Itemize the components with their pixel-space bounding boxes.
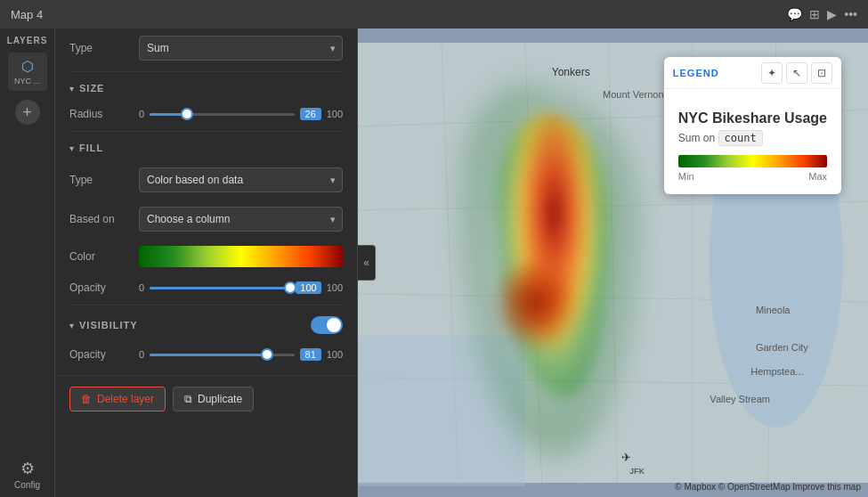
- attribution-text: © Mapbox © OpenStreetMap Improve this ma…: [675, 482, 861, 492]
- fill-type-select-wrapper: Color based on data: [139, 167, 343, 192]
- gear-icon: ⚙: [20, 459, 35, 478]
- size-chevron-icon: ▾: [69, 84, 74, 94]
- type-label: Type: [69, 42, 132, 54]
- duplicate-icon: ⧉: [184, 393, 192, 405]
- legend-pin-button[interactable]: ✦: [761, 62, 783, 84]
- legend-panel: LEGEND ✦ ↖ ⊡ NYC Bikeshare Usage Sum on: [664, 57, 841, 194]
- fill-opacity-value: 100: [296, 281, 320, 294]
- svg-text:JFK: JFK: [629, 466, 645, 476]
- fill-section-header[interactable]: ▾ FILL: [55, 135, 357, 160]
- delete-label: Delete layer: [97, 393, 154, 405]
- main-layout: LAYERS ⬡ NYC ... + ⚙ Config Type Sum ▾: [0, 29, 868, 497]
- radius-thumb[interactable]: [181, 108, 193, 120]
- delete-layer-button[interactable]: 🗑 Delete layer: [69, 387, 166, 411]
- vis-opacity-thumb[interactable]: [261, 348, 273, 361]
- layers-label: LAYERS: [7, 36, 48, 45]
- vis-opacity-max: 100: [327, 349, 343, 360]
- fill-type-select[interactable]: Color based on data: [139, 167, 343, 192]
- color-gradient[interactable]: [139, 246, 343, 267]
- svg-rect-11: [358, 336, 525, 486]
- window-title: Map 4: [11, 8, 43, 21]
- visibility-section-title: VISIBILITY: [79, 320, 138, 330]
- size-section-title: SIZE: [79, 83, 104, 94]
- fill-section-title: FILL: [79, 143, 103, 153]
- duplicate-label: Duplicate: [198, 393, 242, 405]
- fill-opacity-max: 100: [327, 282, 343, 293]
- radius-label: Radius: [69, 108, 132, 120]
- legend-header: LEGEND ✦ ↖ ⊡: [664, 57, 841, 89]
- radius-value: 26: [300, 108, 321, 120]
- pin-icon: ✦: [767, 67, 776, 79]
- fill-opacity-label: Opacity: [69, 281, 132, 294]
- visibility-chevron-icon: ▾: [69, 321, 74, 330]
- legend-count-badge: count: [718, 130, 763, 146]
- legend-max-label: Max: [808, 171, 827, 182]
- vis-opacity-min: 0: [139, 349, 144, 360]
- config-label: Config: [14, 480, 40, 490]
- vis-opacity-row: Opacity 0 81 100: [55, 341, 357, 368]
- fill-opacity-thumb[interactable]: [284, 281, 296, 294]
- based-on-select-wrapper: Choose a column: [139, 207, 343, 232]
- add-layer-button[interactable]: +: [15, 100, 40, 125]
- type-select[interactable]: Sum: [139, 36, 343, 61]
- legend-minmax: Min Max: [678, 171, 827, 182]
- legend-min-label: Min: [678, 171, 694, 182]
- chat-icon[interactable]: 💬: [787, 7, 802, 21]
- size-section-header[interactable]: ▾ SIZE: [55, 76, 357, 101]
- fill-type-label: Type: [69, 174, 132, 186]
- vis-opacity-label: Opacity: [69, 348, 132, 361]
- cursor-icon: ↖: [792, 67, 801, 79]
- fill-type-row: Type Color based on data: [55, 160, 357, 200]
- panel-actions: 🗑 Delete layer ⧉ Duplicate: [55, 375, 357, 422]
- grid-icon[interactable]: ⊞: [809, 7, 820, 21]
- visibility-section-header[interactable]: ▾ VISIBILITY: [55, 309, 357, 341]
- layer-item-nyc[interactable]: ⬡ NYC ...: [8, 53, 47, 91]
- vis-opacity-track[interactable]: [150, 354, 295, 356]
- fill-opacity-slider: 0 100 100: [139, 281, 343, 294]
- expand-icon: ⊡: [817, 67, 826, 79]
- config-button[interactable]: ⚙ Config: [14, 459, 40, 490]
- more-icon[interactable]: •••: [844, 7, 857, 21]
- radius-track[interactable]: [150, 113, 295, 116]
- type-select-wrapper: Sum: [139, 36, 343, 61]
- map-attribution: © Mapbox © OpenStreetMap Improve this ma…: [675, 482, 861, 492]
- collapse-panel-button[interactable]: «: [358, 245, 376, 281]
- fill-opacity-track[interactable]: [150, 287, 290, 289]
- vis-opacity-slider: 0 81 100: [139, 348, 343, 361]
- fill-opacity-fill: [150, 287, 290, 289]
- fill-opacity-row: Opacity 0 100 100: [55, 274, 357, 301]
- duplicate-button[interactable]: ⧉ Duplicate: [173, 387, 254, 411]
- properties-panel: Type Sum ▾ SIZE Radius 0 26 100: [55, 29, 358, 497]
- titlebar: Map 4 💬 ⊞ ▶ •••: [0, 0, 868, 29]
- color-label: Color: [69, 250, 132, 263]
- legend-title: LEGEND: [673, 68, 719, 78]
- fill-chevron-icon: ▾: [69, 143, 74, 153]
- legend-subtitle-prefix: Sum on: [678, 132, 715, 144]
- vis-opacity-value: 81: [300, 348, 321, 361]
- based-on-label: Based on: [69, 213, 132, 225]
- play-icon[interactable]: ▶: [827, 7, 837, 21]
- legend-map-title: NYC Bikeshare Usage: [678, 110, 827, 126]
- chevron-left-icon: «: [363, 257, 369, 269]
- legend-subtitle: Sum on count: [678, 130, 827, 146]
- radius-slider-container: 0 26 100: [139, 108, 343, 120]
- vis-opacity-fill: [150, 354, 267, 356]
- radius-max: 100: [327, 109, 343, 119]
- layer-dot-icon: ⬡: [21, 58, 34, 75]
- layers-sidebar: LAYERS ⬡ NYC ... + ⚙ Config: [0, 29, 55, 497]
- legend-expand-button[interactable]: ⊡: [811, 62, 832, 84]
- visibility-toggle[interactable]: [311, 316, 343, 334]
- radius-min: 0: [139, 109, 144, 119]
- based-on-row: Based on Choose a column: [55, 200, 357, 239]
- fill-opacity-min: 0: [139, 282, 144, 293]
- based-on-select[interactable]: Choose a column: [139, 207, 343, 232]
- divider-3: [69, 305, 343, 306]
- legend-cursor-button[interactable]: ↖: [786, 62, 807, 84]
- layer-name: NYC ...: [14, 77, 40, 86]
- color-row: Color: [55, 239, 357, 274]
- map-area: « ✈ JFK: [358, 29, 868, 497]
- svg-text:✈: ✈: [621, 451, 631, 464]
- legend-gradient: [678, 155, 827, 167]
- legend-content: NYC Bikeshare Usage Sum on count Min Max: [678, 102, 827, 182]
- plus-icon: +: [22, 103, 32, 122]
